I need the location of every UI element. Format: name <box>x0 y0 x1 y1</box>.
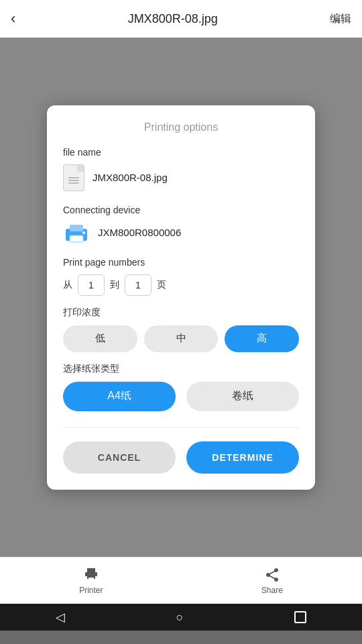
system-home-button[interactable]: ○ <box>176 610 184 625</box>
paper-buttons: A4纸 卷纸 <box>63 382 299 411</box>
divider <box>63 427 299 428</box>
svg-rect-1 <box>70 225 83 231</box>
device-name-text: JXM800R0800006 <box>98 227 181 238</box>
svg-rect-2 <box>70 235 83 242</box>
file-name-label: file name <box>63 147 299 158</box>
cancel-button[interactable]: CANCEL <box>63 441 176 474</box>
density-label: 打印浓度 <box>63 307 299 319</box>
system-back-button[interactable]: ◁ <box>56 610 65 625</box>
connecting-device-label: Connecting device <box>63 205 299 215</box>
bottom-nav: Printer Share <box>0 557 362 604</box>
to-label: 到 <box>110 279 119 291</box>
system-recent-button[interactable] <box>294 611 306 623</box>
density-high-button[interactable]: 高 <box>225 325 299 352</box>
from-page-input[interactable] <box>78 274 105 296</box>
page-title: JMX800R-08.jpg <box>128 12 218 26</box>
back-button[interactable]: ‹ <box>11 10 15 28</box>
density-buttons: 低 中 高 <box>63 325 299 352</box>
printing-options-dialog: Printing options file name JMX800R-08.jp… <box>47 105 315 490</box>
page-range-row: 从 到 页 <box>63 274 299 296</box>
from-label: 从 <box>63 279 72 291</box>
paper-type-section: 选择纸张类型 A4纸 卷纸 <box>63 363 299 411</box>
file-row: JMX800R-08.jpg <box>63 164 299 191</box>
page-unit-label: 页 <box>157 279 166 291</box>
determine-button[interactable]: DETERMINE <box>186 441 299 474</box>
share-nav-label: Share <box>261 586 283 595</box>
share-nav-item[interactable]: Share <box>261 567 283 595</box>
printer-nav-label: Printer <box>79 586 103 595</box>
printer-icon <box>63 222 90 244</box>
file-name-text: JMX800R-08.jpg <box>93 172 168 183</box>
top-bar: ‹ JMX800R-08.jpg 编辑 <box>0 0 362 38</box>
dialog-title: Printing options <box>63 121 299 133</box>
print-pages-section: Print page numbers 从 到 页 <box>63 257 299 296</box>
density-low-button[interactable]: 低 <box>63 325 137 352</box>
action-buttons: CANCEL DETERMINE <box>63 441 299 474</box>
file-icon <box>63 164 84 191</box>
system-nav-bar: ◁ ○ <box>0 604 362 631</box>
to-page-input[interactable] <box>125 274 152 296</box>
density-section: 打印浓度 低 中 高 <box>63 307 299 352</box>
paper-a4-button[interactable]: A4纸 <box>63 382 176 411</box>
share-nav-icon <box>264 567 280 583</box>
background-area: Printing options file name JMX800R-08.jp… <box>0 38 362 557</box>
printer-nav-item[interactable]: Printer <box>79 567 103 595</box>
edit-button[interactable]: 编辑 <box>330 12 351 26</box>
print-page-numbers-label: Print page numbers <box>63 257 299 268</box>
dialog-overlay: Printing options file name JMX800R-08.jp… <box>0 38 362 557</box>
density-mid-button[interactable]: 中 <box>144 325 219 352</box>
printer-nav-icon <box>83 567 99 583</box>
device-row: JXM800R0800006 <box>63 222 299 244</box>
paper-type-label: 选择纸张类型 <box>63 363 299 375</box>
svg-point-3 <box>82 231 85 234</box>
paper-roll-button[interactable]: 卷纸 <box>186 382 299 411</box>
